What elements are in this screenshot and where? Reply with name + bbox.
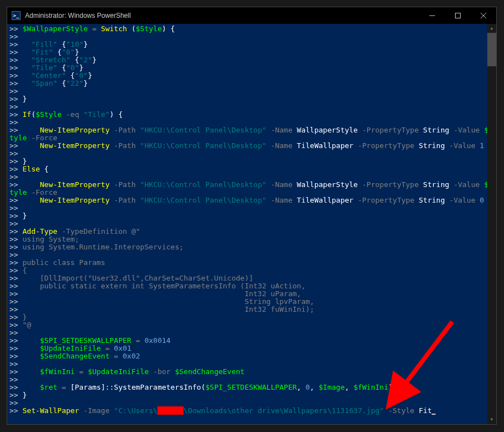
code-segment: >> xyxy=(9,24,22,33)
maximize-button[interactable] xyxy=(445,7,471,24)
terminal-line: >> xyxy=(9,376,494,384)
scrollbar[interactable]: ▲ ▼ xyxy=(487,24,496,424)
code-segment: "22" xyxy=(66,79,83,87)
terminal-line: >> "Center" {"0"} xyxy=(9,72,494,80)
code-segment: -PropertyType xyxy=(358,126,423,134)
code-segment: { xyxy=(40,165,49,173)
code-segment: { xyxy=(53,48,62,56)
terminal-line: >> New-ItemProperty -Path "HKCU:\Control… xyxy=(9,142,494,150)
code-segment: { xyxy=(57,40,66,48)
code-segment: >> xyxy=(9,251,18,259)
code-segment: ( xyxy=(127,24,136,33)
code-segment: >> xyxy=(9,79,31,87)
code-segment: } xyxy=(83,79,88,87)
code-segment: , xyxy=(310,383,319,391)
terminal-line: >> Int32 fuWinIni); xyxy=(9,306,494,313)
code-segment: } xyxy=(79,63,83,72)
code-segment: using System.Runtime.InteropServices; xyxy=(22,243,184,251)
code-segment: >> xyxy=(9,243,22,251)
code-segment: -Name xyxy=(266,196,297,204)
code-segment: "Fit" xyxy=(31,48,53,56)
terminal-line: tyle -Force xyxy=(9,189,494,197)
code-segment: If xyxy=(22,110,31,119)
code-segment: = xyxy=(110,352,122,360)
code-segment: } xyxy=(22,157,27,165)
terminal-line: >> $WallpaperStyle = Switch ($Style) { xyxy=(9,25,494,33)
code-segment: >> xyxy=(9,56,31,64)
code-segment: >> xyxy=(9,196,40,204)
code-segment: >> xyxy=(9,110,22,119)
terminal-line: >> xyxy=(9,399,494,407)
powershell-window: >_ Administrator: Windows PowerShell >> … xyxy=(7,7,497,425)
code-segment: "Fill" xyxy=(31,40,57,48)
code-segment: { xyxy=(57,79,66,87)
code-segment: public static extern int SystemParameter… xyxy=(40,282,305,290)
code-segment: >> xyxy=(9,219,18,228)
code-segment: = xyxy=(101,344,113,352)
terminal-line: >> } xyxy=(9,212,494,220)
scroll-down-icon[interactable]: ▼ xyxy=(487,415,496,424)
code-segment: String xyxy=(423,180,449,189)
terminal-line: >> xyxy=(9,150,494,158)
code-segment: { xyxy=(57,63,66,72)
terminal-line: >> xyxy=(9,251,494,259)
code-segment: "HKCU:\Control Panel\Desktop" xyxy=(140,196,266,204)
code-segment: $ret xyxy=(40,383,57,391)
code-segment: >> xyxy=(9,375,18,384)
code-segment: Int32 uParam, xyxy=(245,289,302,298)
code-segment: ) { xyxy=(162,24,175,33)
terminal-line: >> [DllImport("User32.dll",CharSet=CharS… xyxy=(9,274,494,282)
code-segment: 0x0014 xyxy=(145,336,171,345)
terminal-line: >> using System.Runtime.InteropServices; xyxy=(9,243,494,251)
terminal-line: >> New-ItemProperty -Path "HKCU:\Control… xyxy=(9,197,494,204)
terminal-line: >> xyxy=(9,103,494,111)
code-segment: $fWinIni xyxy=(353,383,388,391)
code-segment: >> xyxy=(9,235,22,243)
scroll-thumb[interactable] xyxy=(487,33,496,66)
code-segment: >> xyxy=(9,40,31,48)
code-segment: "0" xyxy=(66,63,79,72)
code-segment: "Center" xyxy=(31,71,66,80)
code-segment: [Params] xyxy=(71,383,106,391)
close-icon xyxy=(481,13,486,18)
code-segment: , xyxy=(297,383,306,391)
code-segment: $fWinIni xyxy=(40,367,75,376)
terminal-line: >> public class Params xyxy=(9,259,494,267)
code-segment: "2" xyxy=(79,56,92,64)
code-segment: >> xyxy=(9,406,22,415)
close-button[interactable] xyxy=(471,7,496,24)
terminal-line: >> Int32 uParam, xyxy=(9,290,494,298)
code-segment: "@ xyxy=(22,321,31,329)
code-segment: String xyxy=(419,141,445,150)
code-segment: >> xyxy=(9,204,18,212)
terminal-line: >> String lpvParam, xyxy=(9,298,494,306)
titlebar[interactable]: >_ Administrator: Windows PowerShell xyxy=(7,7,496,24)
scroll-up-icon[interactable]: ▲ xyxy=(487,24,496,33)
code-segment: = xyxy=(131,336,144,345)
code-segment: >> xyxy=(9,48,31,56)
code-segment: XXXXXX xyxy=(157,406,184,415)
code-segment: $SendChangeEvent xyxy=(175,367,244,376)
terminal-line: >> xyxy=(9,87,494,95)
terminal-pane[interactable]: >> $WallpaperStyle = Switch ($Style) {>>… xyxy=(7,24,496,424)
code-segment: ( xyxy=(31,110,36,119)
terminal-line: >> "Span" {"22"} xyxy=(9,80,494,87)
terminal-line: >> public static extern int SystemParame… xyxy=(9,282,494,290)
code-segment: $WallpaperStyle xyxy=(22,24,87,33)
code-segment: TileWallpaper xyxy=(297,196,354,204)
code-segment: New-ItemProperty xyxy=(40,196,110,204)
terminal-line: >> xyxy=(9,119,494,126)
code-segment: >> xyxy=(9,391,22,399)
minimize-button[interactable] xyxy=(419,7,445,24)
code-segment: >> xyxy=(9,367,40,376)
code-segment: -Path xyxy=(110,180,140,189)
code-segment: -Name xyxy=(266,141,297,150)
code-segment: $SendChangeEvent xyxy=(40,352,110,360)
code-segment: -PropertyType xyxy=(353,196,418,204)
window-controls xyxy=(419,7,496,24)
code-segment: "Stretch" xyxy=(31,56,70,64)
terminal-line: >> xyxy=(9,360,494,368)
code-segment: ) { xyxy=(110,110,122,119)
code-segment: $UpdateIniFile xyxy=(40,344,101,352)
code-segment: >> xyxy=(9,352,40,360)
